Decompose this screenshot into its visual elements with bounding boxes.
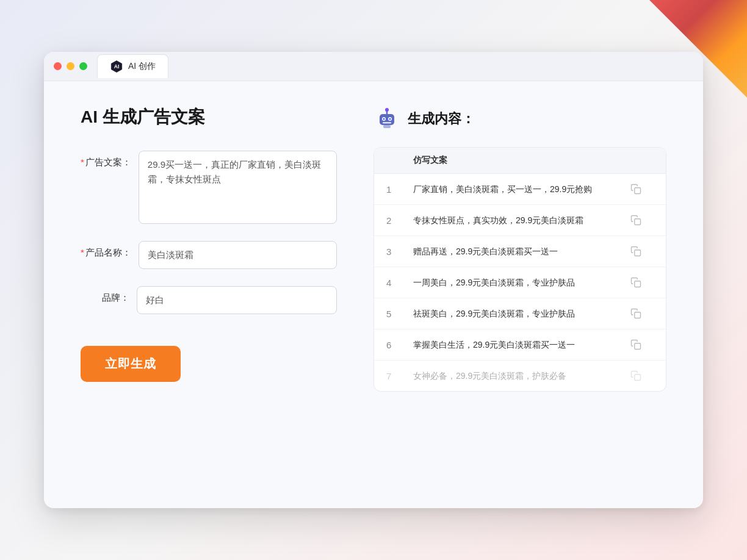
table-row: 6 掌握美白生活，29.9元美白淡斑霜买一送一	[374, 329, 666, 361]
table-row: 5 祛斑美白，29.9元美白淡斑霜，专业护肤品	[374, 298, 666, 329]
svg-rect-14	[635, 281, 641, 287]
content-area: AI 生成广告文案 *广告文案： *产品名称： 品牌： 立	[44, 81, 703, 508]
svg-rect-17	[635, 375, 641, 381]
table-row: 4 一周美白，29.9元美白淡斑霜，专业护肤品	[374, 267, 666, 298]
left-panel: AI 生成广告文案 *广告文案： *产品名称： 品牌： 立	[81, 106, 337, 478]
svg-rect-11	[635, 188, 641, 194]
right-panel: 生成内容： 仿写文案 1 厂家直销，美白淡斑霜，买一送一，29.9元抢购	[374, 106, 666, 478]
copy-button[interactable]	[629, 369, 643, 382]
maximize-button[interactable]	[79, 62, 87, 70]
copy-button[interactable]	[629, 214, 643, 227]
row-text: 祛斑美白，29.9元美白淡斑霜，专业护肤品	[413, 307, 629, 320]
required-star-product: *	[81, 247, 84, 257]
table-row: 3 赠品再送，29.9元美白淡斑霜买一送一	[374, 236, 666, 267]
brand-input[interactable]	[137, 286, 337, 314]
table-row: 1 厂家直销，美白淡斑霜，买一送一，29.9元抢购	[374, 174, 666, 205]
ad-copy-group: *广告文案：	[81, 151, 337, 224]
row-number: 3	[386, 246, 413, 257]
robot-icon	[374, 106, 400, 132]
minimize-button[interactable]	[67, 62, 74, 70]
result-rows-container: 1 厂家直销，美白淡斑霜，买一送一，29.9元抢购 2 专抹女性斑点，真实功效，…	[374, 174, 666, 391]
required-star-ad: *	[81, 157, 84, 167]
row-text: 赠品再送，29.9元美白淡斑霜买一送一	[413, 245, 629, 258]
svg-rect-10	[383, 125, 391, 128]
product-name-group: *产品名称：	[81, 241, 337, 269]
page-title: AI 生成广告文案	[81, 106, 337, 129]
row-number: 5	[386, 309, 413, 319]
svg-rect-9	[383, 122, 391, 124]
copy-button[interactable]	[629, 182, 643, 196]
tab-label: AI 创作	[128, 61, 156, 72]
table-row: 7 女神必备，29.9元美白淡斑霜，护肤必备	[374, 361, 666, 391]
svg-rect-15	[635, 312, 641, 318]
generate-button[interactable]: 立即生成	[81, 346, 181, 382]
ad-copy-input[interactable]	[139, 151, 337, 224]
row-number: 7	[386, 371, 413, 381]
row-text: 一周美白，29.9元美白淡斑霜，专业护肤品	[413, 276, 629, 289]
browser-window: AI AI 创作 AI 生成广告文案 *广告文案： *产品名称：	[44, 52, 703, 508]
row-text: 专抹女性斑点，真实功效，29.9元美白淡斑霜	[413, 214, 629, 227]
row-text: 厂家直销，美白淡斑霜，买一送一，29.9元抢购	[413, 183, 629, 196]
svg-rect-13	[635, 250, 641, 256]
table-row: 2 专抹女性斑点，真实功效，29.9元美白淡斑霜	[374, 205, 666, 236]
svg-rect-12	[635, 219, 641, 225]
result-header: 生成内容：	[374, 106, 666, 132]
result-title: 生成内容：	[408, 110, 475, 128]
copy-button[interactable]	[629, 307, 643, 320]
ad-copy-label: *广告文案：	[81, 151, 131, 168]
copy-button[interactable]	[629, 245, 643, 258]
ai-creation-tab[interactable]: AI AI 创作	[97, 54, 168, 78]
svg-text:AI: AI	[114, 63, 120, 70]
brand-label: 品牌：	[81, 286, 129, 304]
brand-group: 品牌：	[81, 286, 337, 314]
title-bar: AI AI 创作	[44, 52, 703, 81]
svg-point-7	[383, 118, 385, 120]
product-name-label: *产品名称：	[81, 241, 131, 259]
row-number: 2	[386, 215, 413, 226]
close-button[interactable]	[54, 62, 62, 70]
copy-button[interactable]	[629, 276, 643, 289]
row-number: 1	[386, 184, 413, 195]
traffic-lights	[54, 62, 87, 70]
svg-point-8	[389, 118, 391, 120]
row-number: 6	[386, 340, 413, 350]
result-table-header: 仿写文案	[374, 148, 666, 174]
row-text: 掌握美白生活，29.9元美白淡斑霜买一送一	[413, 339, 629, 351]
column-header: 仿写文案	[413, 155, 629, 166]
ai-logo-icon: AI	[110, 60, 123, 73]
svg-rect-16	[635, 343, 641, 350]
svg-point-4	[385, 108, 389, 112]
copy-button[interactable]	[629, 338, 643, 351]
row-number: 4	[386, 278, 413, 288]
result-container: 仿写文案 1 厂家直销，美白淡斑霜，买一送一，29.9元抢购 2 专抹女性斑点，…	[374, 147, 666, 392]
product-name-input[interactable]	[139, 241, 337, 269]
row-text: 女神必备，29.9元美白淡斑霜，护肤必备	[413, 370, 629, 382]
